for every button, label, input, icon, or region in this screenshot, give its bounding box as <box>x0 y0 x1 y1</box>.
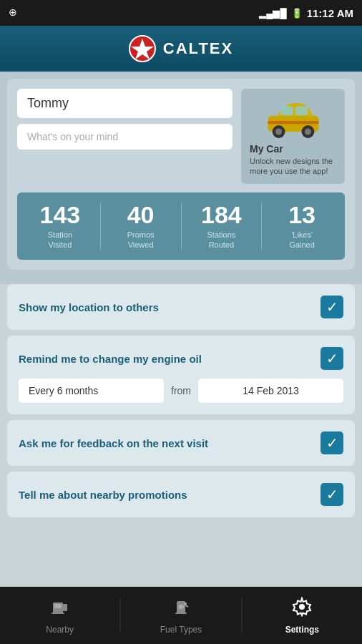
my-car-title: My Car <box>250 143 283 155</box>
setting-row-promotions: Tell me about nearby promotions ✓ <box>19 483 343 506</box>
stat-stations-visited: 143 StationVisited <box>23 203 97 250</box>
setting-card-promotions: Tell me about nearby promotions ✓ <box>7 472 355 517</box>
svg-rect-11 <box>54 604 62 608</box>
profile-left: Tommy What's on your mind <box>17 89 233 184</box>
svg-rect-9 <box>268 121 318 124</box>
stat-label-visited: StationVisited <box>48 230 72 250</box>
stat-stations-routed: 184 StationsRouted <box>185 203 259 250</box>
app-title: CALTEX <box>163 39 233 58</box>
svg-point-18 <box>299 604 305 610</box>
username-display: Tommy <box>17 89 233 118</box>
svg-point-16 <box>184 602 187 605</box>
status-bar: ⊕ ▂▄▆█ 🔋 11:12 AM <box>0 0 362 26</box>
stat-divider-1 <box>100 203 101 250</box>
car-image-icon <box>265 96 322 139</box>
stat-number-visited: 143 <box>40 203 81 227</box>
bottom-nav: Nearby Fuel Types Settings <box>0 587 362 644</box>
oil-interval-dropdown[interactable]: Every 6 months <box>19 379 164 403</box>
nav-item-settings[interactable]: Settings <box>243 591 362 640</box>
checkbox-feedback[interactable]: ✓ <box>321 431 343 454</box>
stat-number-routed: 184 <box>201 203 242 227</box>
stat-label-routed: StationsRouted <box>207 230 236 250</box>
svg-rect-15 <box>175 613 187 614</box>
oil-from-label: from <box>171 385 191 396</box>
nearby-icon <box>50 597 70 621</box>
nav-label-fuel: Fuel Types <box>160 625 202 635</box>
status-time: 11:12 AM <box>307 7 353 19</box>
signal-icon: ▂▄▆█ <box>259 8 286 19</box>
app-header: CALTEX <box>0 26 362 72</box>
oil-options: Every 6 months from 14 Feb 2013 <box>19 379 343 403</box>
stats-row: 143 StationVisited 40 PromosViewed 184 S… <box>17 192 345 260</box>
svg-rect-12 <box>63 604 67 611</box>
profile-top: Tommy What's on your mind <box>17 89 345 184</box>
my-car-description: Unlock new designs the more you use the … <box>250 156 339 177</box>
caltex-logo-icon <box>129 35 156 62</box>
car-section: My Car Unlock new designs the more you u… <box>241 89 345 184</box>
setting-card-oil: Remind me to change my engine oil ✓ Ever… <box>7 336 355 414</box>
setting-card-location: Show my location to others ✓ <box>7 284 355 330</box>
svg-rect-4 <box>295 106 308 114</box>
fuel-icon <box>171 597 191 621</box>
svg-line-17 <box>185 605 188 607</box>
thought-input[interactable]: What's on your mind <box>17 124 233 150</box>
oil-date-picker[interactable]: 14 Feb 2013 <box>198 379 343 403</box>
stat-label-likes: 'Likes'Gained <box>289 230 314 250</box>
stat-number-promos: 40 <box>127 203 155 227</box>
stat-promos-viewed: 40 PromosViewed <box>104 203 178 250</box>
stat-number-likes: 13 <box>288 203 315 227</box>
checkbox-promotions[interactable]: ✓ <box>321 483 343 506</box>
svg-point-6 <box>275 129 282 135</box>
checkbox-oil[interactable]: ✓ <box>321 347 343 370</box>
svg-point-14 <box>178 605 184 609</box>
setting-row-oil: Remind me to change my engine oil ✓ <box>19 347 343 370</box>
nav-label-nearby: Nearby <box>46 625 74 635</box>
profile-card: Tommy What's on your mind <box>7 79 355 270</box>
nav-label-settings: Settings <box>285 625 319 635</box>
stat-divider-3 <box>261 203 262 250</box>
setting-label-oil: Remind me to change my engine oil <box>19 353 321 365</box>
svg-rect-3 <box>280 106 293 114</box>
setting-row-location: Show my location to others ✓ <box>19 296 343 318</box>
nav-item-nearby[interactable]: Nearby <box>0 591 119 640</box>
status-bar-left-icons: ⊕ <box>9 6 17 19</box>
stat-divider-2 <box>181 203 182 250</box>
settings-section: Show my location to others ✓ Remind me t… <box>0 284 362 517</box>
setting-label-feedback: Ask me for feedback on the next visit <box>19 437 321 449</box>
stat-label-promos: PromosViewed <box>127 230 155 250</box>
gps-icon: ⊕ <box>9 6 17 18</box>
status-icons: ▂▄▆█ 🔋 11:12 AM <box>259 7 353 19</box>
setting-row-feedback: Ask me for feedback on the next visit ✓ <box>19 431 343 454</box>
nav-item-fuel[interactable]: Fuel Types <box>121 591 240 640</box>
svg-point-8 <box>305 129 311 135</box>
setting-label-promotions: Tell me about nearby promotions <box>19 489 321 501</box>
battery-icon: 🔋 <box>291 8 303 19</box>
checkbox-location[interactable]: ✓ <box>321 296 343 318</box>
main-content: Tommy What's on your mind <box>0 72 362 284</box>
setting-label-location: Show my location to others <box>19 301 321 313</box>
setting-card-feedback: Ask me for feedback on the next visit ✓ <box>7 420 355 466</box>
stat-likes-gained: 13 'Likes'Gained <box>265 203 339 250</box>
settings-icon <box>292 597 312 621</box>
svg-rect-13 <box>52 613 64 614</box>
